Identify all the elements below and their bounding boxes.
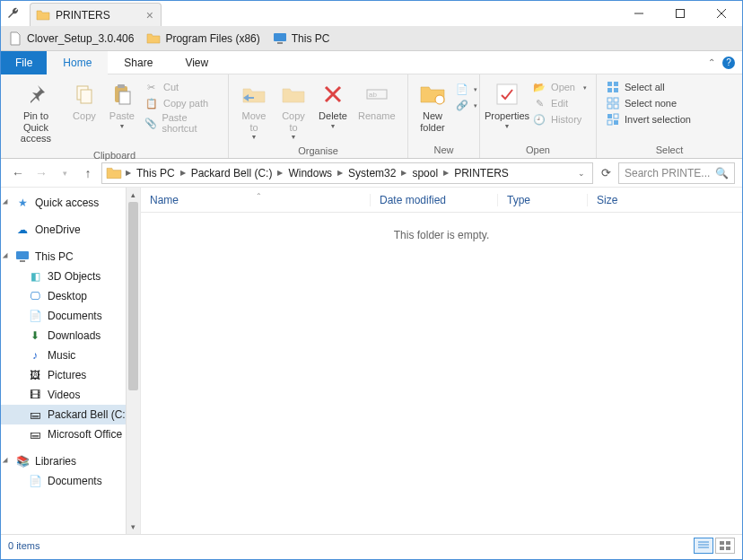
- scroll-up-icon[interactable]: ▴: [127, 188, 140, 202]
- properties-button[interactable]: Properties▼: [485, 78, 529, 131]
- edit-button[interactable]: ✎Edit: [532, 96, 587, 110]
- nav-pictures[interactable]: 🖼Pictures: [1, 365, 140, 385]
- minimize-button[interactable]: [618, 1, 660, 26]
- crumb[interactable]: Packard Bell (C:): [188, 167, 276, 179]
- close-tab-icon[interactable]: ×: [146, 8, 153, 22]
- wrench-icon[interactable]: [1, 1, 26, 26]
- col-date[interactable]: Date modified: [370, 194, 497, 206]
- delete-button[interactable]: Delete▼: [313, 78, 353, 131]
- select-all-button[interactable]: Select all: [606, 80, 691, 94]
- svg-rect-19: [614, 104, 618, 109]
- cut-button[interactable]: ✂Cut: [144, 80, 219, 94]
- open-button[interactable]: 📂Open▾: [532, 80, 587, 94]
- svg-rect-7: [119, 92, 130, 104]
- nav-desktop[interactable]: 🖵Desktop: [1, 286, 140, 306]
- svg-rect-15: [614, 88, 618, 92]
- recent-dropdown[interactable]: ▾: [55, 163, 74, 183]
- back-button[interactable]: ←: [8, 163, 28, 183]
- window-controls: [618, 1, 742, 26]
- rename-button[interactable]: ab Rename: [353, 78, 401, 124]
- bookmark-label: Program Files (x86): [165, 32, 259, 45]
- nav-videos[interactable]: 🎞Videos: [1, 385, 140, 405]
- copy-to-button[interactable]: Copy to▼: [274, 78, 313, 142]
- copy-path-icon: 📋: [144, 96, 159, 110]
- browser-tab[interactable]: PRINTERS ×: [30, 3, 162, 26]
- bookmark-item[interactable]: Clover_Setup_3.0.406: [8, 31, 134, 46]
- tab-title: PRINTERS: [56, 9, 110, 22]
- bookmark-item[interactable]: Program Files (x86): [146, 31, 259, 46]
- close-button[interactable]: [701, 1, 742, 26]
- breadcrumb[interactable]: ▶ This PC▶ Packard Bell (C:)▶ Windows▶ S…: [101, 162, 593, 184]
- up-button[interactable]: ↑: [78, 163, 98, 183]
- refresh-button[interactable]: ⟳: [597, 166, 615, 179]
- nav-this-pc[interactable]: This PC: [1, 247, 140, 267]
- music-icon: ♪: [28, 348, 42, 363]
- help-icon[interactable]: ?: [722, 57, 735, 69]
- maximize-button[interactable]: [660, 1, 701, 26]
- copy-path-button[interactable]: 📋Copy path: [144, 96, 219, 110]
- bookmark-label: Clover_Setup_3.0.406: [27, 32, 134, 45]
- col-size[interactable]: Size: [587, 194, 626, 206]
- history-button[interactable]: 🕘History: [532, 112, 587, 127]
- nav-music[interactable]: ♪Music: [1, 346, 140, 365]
- nav-libraries[interactable]: 📚Libraries: [1, 451, 140, 471]
- crumb[interactable]: PRINTERS: [450, 167, 512, 179]
- new-folder-button[interactable]: New folder: [414, 78, 451, 135]
- history-icon: 🕘: [532, 112, 546, 127]
- nav-packard-bell-c[interactable]: 🖴Packard Bell (C:): [1, 405, 140, 424]
- crumb[interactable]: This PC: [133, 167, 179, 179]
- nav-microsoft-office[interactable]: 🖴Microsoft Office: [1, 424, 140, 444]
- paste-shortcut-button[interactable]: 📎Paste shortcut: [144, 112, 219, 134]
- folder-icon: [36, 8, 50, 22]
- invert-selection-button[interactable]: Invert selection: [606, 112, 691, 127]
- nav-documents[interactable]: 📄Documents: [1, 306, 140, 326]
- nav-scrollbar[interactable]: ▴ ▾: [126, 188, 140, 534]
- nav-3d-objects[interactable]: ◧3D Objects: [1, 267, 140, 286]
- rename-icon: ab: [363, 80, 391, 109]
- search-input[interactable]: Search PRINTE... 🔍: [618, 162, 735, 184]
- nav-downloads[interactable]: ⬇Downloads: [1, 326, 140, 346]
- home-tab[interactable]: Home: [47, 51, 108, 74]
- svg-rect-14: [608, 88, 612, 92]
- nav-lib-documents[interactable]: 📄Documents: [1, 471, 140, 491]
- collapse-ribbon-icon[interactable]: ⌃: [708, 57, 715, 67]
- svg-point-10: [435, 95, 444, 104]
- main-area: ★Quick access ☁OneDrive This PC ◧3D Obje…: [1, 188, 742, 534]
- scroll-down-icon[interactable]: ▾: [127, 520, 140, 534]
- crumb[interactable]: spool: [408, 167, 441, 179]
- svg-rect-1: [274, 33, 286, 41]
- icons-view-button[interactable]: [715, 538, 735, 554]
- paste-button[interactable]: Paste ▼: [103, 78, 141, 131]
- address-dropdown-icon[interactable]: ⌄: [573, 169, 590, 178]
- nav-quick-access[interactable]: ★Quick access: [1, 193, 140, 213]
- easy-access-button[interactable]: 🔗▾: [455, 98, 477, 112]
- forward-button[interactable]: →: [31, 163, 51, 183]
- svg-rect-12: [608, 82, 612, 86]
- select-none-button[interactable]: Select none: [606, 96, 691, 110]
- view-tab[interactable]: View: [169, 51, 224, 74]
- pin-quick-access-button[interactable]: Pin to Quick access: [6, 78, 66, 146]
- svg-rect-24: [16, 251, 29, 259]
- crumb[interactable]: Windows: [284, 167, 336, 179]
- details-view-button[interactable]: [694, 538, 713, 554]
- easy-access-icon: 🔗: [455, 98, 469, 112]
- open-icon: 📂: [532, 80, 546, 94]
- move-to-button[interactable]: Move to▼: [234, 78, 274, 142]
- pin-icon: [22, 80, 50, 109]
- file-tab[interactable]: File: [1, 51, 47, 74]
- scroll-thumb[interactable]: [128, 202, 138, 390]
- downloads-icon: ⬇: [28, 328, 42, 343]
- col-type[interactable]: Type: [497, 194, 587, 206]
- bookmark-item[interactable]: This PC: [273, 31, 330, 46]
- col-name[interactable]: Name⌃: [141, 194, 370, 206]
- empty-folder-message: This folder is empty.: [141, 213, 742, 258]
- nav-onedrive[interactable]: ☁OneDrive: [1, 220, 140, 240]
- new-item-button[interactable]: 📄▾: [455, 82, 477, 96]
- svg-rect-18: [608, 104, 612, 109]
- share-tab[interactable]: Share: [108, 51, 169, 74]
- svg-rect-22: [608, 120, 612, 125]
- crumb[interactable]: System32: [345, 167, 399, 179]
- svg-rect-27: [726, 541, 730, 545]
- paste-shortcut-icon: 📎: [144, 116, 157, 130]
- copy-button[interactable]: Copy: [66, 78, 103, 124]
